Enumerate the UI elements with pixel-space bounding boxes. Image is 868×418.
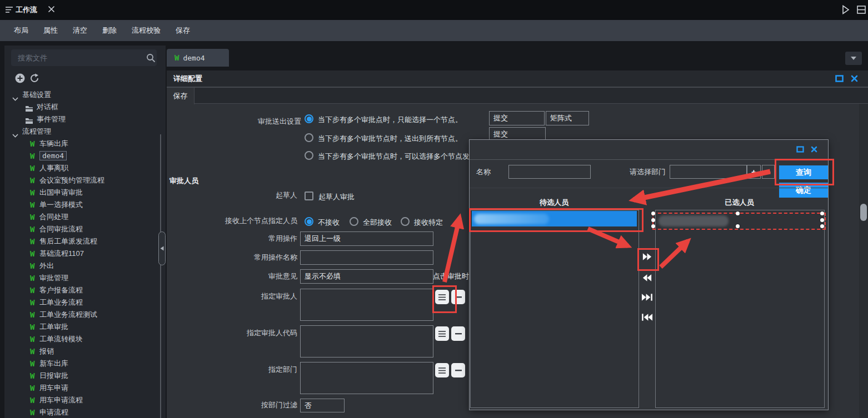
send-option-radio-1[interactable] <box>305 133 313 142</box>
panel-scrollbar-thumb[interactable] <box>860 204 867 221</box>
move-left-button[interactable] <box>641 274 653 284</box>
receive-label: 接收上个节点指定人员 <box>211 214 297 228</box>
tree-item-售后工单派发流程[interactable]: W售后工单派发流程 <box>4 235 161 248</box>
tree-item-车辆出库[interactable]: W车辆出库 <box>4 138 161 150</box>
refresh-icon[interactable] <box>29 73 39 85</box>
tab-list-dropdown-button[interactable] <box>845 52 862 65</box>
send-setting-label: 审批送出设置 <box>239 114 301 129</box>
toolbar-item-4[interactable]: 流程校验 <box>132 26 161 36</box>
tree-item-demo4[interactable]: Wdemo4 <box>4 150 161 162</box>
menu-icon[interactable] <box>6 6 14 15</box>
workflow-icon: W <box>30 406 34 418</box>
doc-tab-demo4[interactable]: Wdemo4 <box>167 49 229 67</box>
move-all-right-button[interactable] <box>641 293 653 303</box>
toolbar-item-0[interactable]: 布局 <box>14 26 28 36</box>
right-list-title: 已选人员 <box>655 198 824 208</box>
submit-node-box-1[interactable]: 提交 <box>489 111 545 125</box>
dept-add-button[interactable]: + <box>747 165 761 179</box>
run-icon[interactable] <box>842 5 850 16</box>
tree-item-出国申请审批[interactable]: W出国申请审批 <box>4 187 161 199</box>
tree-item-外出[interactable]: W外出 <box>4 260 161 272</box>
common-op-name-input[interactable] <box>300 250 433 265</box>
tree-item-基础流程1107[interactable]: W基础流程1107 <box>4 248 161 260</box>
send-option-radio-0[interactable] <box>305 114 313 123</box>
selected-list[interactable] <box>655 210 825 408</box>
dept-filter-value[interactable]: 否 <box>300 399 345 412</box>
receive-option-radio-0[interactable] <box>305 217 313 226</box>
candidate-list[interactable] <box>470 210 639 408</box>
add-icon[interactable] <box>15 73 25 85</box>
tree-item-新车出库[interactable]: W新车出库 <box>4 357 161 370</box>
tree-item-工单业务流程[interactable]: W工单业务流程 <box>4 296 161 309</box>
tree-item-合同处理[interactable]: W合同处理 <box>4 211 161 223</box>
receive-option-label-1: 全部接收 <box>363 218 392 227</box>
toolbar-item-1[interactable]: 属性 <box>43 26 58 36</box>
toolbar-item-5[interactable]: 保存 <box>176 26 190 36</box>
search-icon[interactable] <box>146 53 156 64</box>
tree-item-label: 基础流程1107 <box>39 249 84 258</box>
tree-item-合同审批流程[interactable]: W合同审批流程 <box>4 223 161 235</box>
dialog-titlebar <box>470 140 828 160</box>
submit-node-box-2[interactable]: 提交 <box>489 127 546 140</box>
assign-approver-textarea[interactable] <box>300 289 433 321</box>
tree-item-会议室预约管理流程[interactable]: W会议室预约管理流程 <box>4 174 161 187</box>
tree-item-申请流程[interactable]: W申请流程 <box>4 406 161 418</box>
tree-item-客户报备流程[interactable]: W客户报备流程 <box>4 284 161 296</box>
dept-select-input[interactable] <box>670 165 747 179</box>
workflow-icon: W <box>30 187 34 199</box>
tree-item-label: demo4 <box>39 151 67 160</box>
drafter-checkbox[interactable] <box>305 192 313 200</box>
close-icon[interactable] <box>48 6 55 14</box>
panel-scrollbar-track[interactable] <box>859 104 868 418</box>
search-input[interactable] <box>11 49 157 66</box>
workflow-icon: W <box>30 211 34 223</box>
name-filter-input[interactable] <box>508 165 591 179</box>
assign-dept-textarea[interactable] <box>300 362 433 394</box>
tree-item-label: 对话框 <box>37 103 58 111</box>
tree-item-工单业务流程测试[interactable]: W工单业务流程测试 <box>4 309 161 321</box>
dialog-close-icon[interactable] <box>811 146 817 154</box>
assign-approver-code-clear-button[interactable] <box>451 326 465 341</box>
tree-item-报销[interactable]: W报销 <box>4 345 161 357</box>
dialog-maximize-icon[interactable] <box>796 146 804 154</box>
send-option-radio-2[interactable] <box>305 151 313 160</box>
matrix-node-box[interactable]: 矩阵式 <box>546 111 589 125</box>
move-all-left-button[interactable] <box>641 313 653 323</box>
tree-item-审批管理[interactable]: W审批管理 <box>4 272 161 284</box>
tab-save[interactable]: 保存 <box>167 87 194 104</box>
receive-option-radio-2[interactable] <box>401 217 410 226</box>
opinion-input[interactable] <box>300 269 433 284</box>
tree-item-group-流程管理[interactable]: 流程管理 <box>4 125 161 138</box>
split-window-icon[interactable] <box>857 6 866 16</box>
tree-item-工单流转模块[interactable]: W工单流转模块 <box>4 333 161 345</box>
tree-item-label: 用车申请流程 <box>39 396 83 404</box>
sidebar-scrollbar[interactable] <box>160 134 161 418</box>
assign-approver-label: 指定审批人 <box>239 289 297 304</box>
workflow-icon: W <box>30 235 34 248</box>
marquee-handle-1 <box>736 211 740 215</box>
sidebar-collapse-handle[interactable] <box>158 231 166 265</box>
tree-item-单一选择模式[interactable]: W单一选择模式 <box>4 199 161 211</box>
assign-approver-code-list-button[interactable] <box>435 326 449 341</box>
tree-item-对话框[interactable]: 对话框 <box>4 101 161 113</box>
toolbar-item-3[interactable]: 删除 <box>102 26 117 36</box>
annotation-box-list-button <box>432 285 457 313</box>
send-option-label-2: 当下步有多个审批节点时，可以选择多个节点发送。 <box>318 152 484 161</box>
assign-dept-clear-button[interactable] <box>451 363 465 377</box>
tree-item-工单审批[interactable]: W工单审批 <box>4 321 161 333</box>
toolbar-item-2[interactable]: 清空 <box>73 26 87 36</box>
tree-item-日报审批[interactable]: W日报审批 <box>4 370 161 382</box>
assign-dept-list-button[interactable] <box>435 363 449 377</box>
assign-approver-code-textarea[interactable] <box>300 325 433 357</box>
tree-item-人事离职[interactable]: W人事离职 <box>4 162 161 174</box>
workspace-tab-label[interactable]: 工作流 <box>16 5 37 15</box>
panel-close-icon[interactable] <box>851 75 858 84</box>
tree-item-事件管理[interactable]: 事件管理 <box>4 113 161 125</box>
tree-item-用车申请[interactable]: W用车申请 <box>4 382 161 394</box>
tree-item-用车申请流程[interactable]: W用车申请流程 <box>4 394 161 406</box>
receive-option-radio-1[interactable] <box>350 217 358 226</box>
dept-remove-button[interactable]: − <box>762 165 775 179</box>
tree-item-group-基础设置[interactable]: 基础设置 <box>4 89 161 101</box>
maximize-icon[interactable] <box>835 75 844 84</box>
common-op-input[interactable] <box>300 231 433 246</box>
